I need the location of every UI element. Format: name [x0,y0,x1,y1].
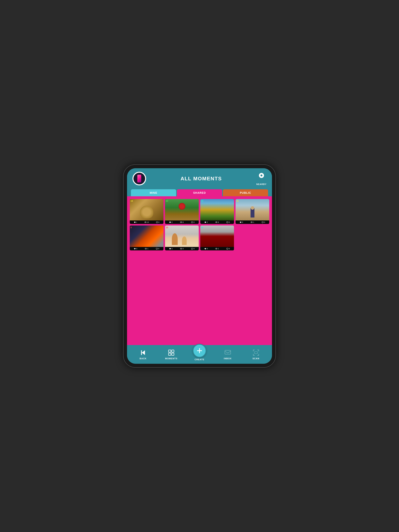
svg-point-13 [181,222,181,222]
card-stats-2: 2 6 0 [165,221,199,224]
svg-rect-39 [254,352,257,354]
nav-back[interactable]: BACK [136,349,150,360]
card-stats-3: 2 6 0 [200,221,234,224]
svg-marker-30 [142,350,145,355]
nearby-label: NEARBY [256,183,266,185]
scan-label: SCAN [252,357,259,360]
moment-card-7[interactable]: 50 0 1 0 [200,226,234,250]
card-stats-1: 1 13 0 [130,221,163,224]
tab-shared[interactable]: SHARED [177,189,222,196]
svg-point-28 [216,248,217,249]
svg-rect-31 [141,350,142,355]
tab-mine[interactable]: MINE [131,189,176,196]
svg-rect-38 [225,350,231,354]
card-stats-7: 0 1 0 [200,247,234,250]
moment-card-4[interactable]: 45 0 1 0 [236,199,269,224]
svg-point-25 [181,248,181,249]
svg-rect-23 [156,248,158,249]
nav-inbox[interactable]: INBOX [221,349,235,360]
nearby-button[interactable]: NEARBY [256,172,266,185]
moment-card-3[interactable]: 90 2 6 0 [200,199,234,224]
svg-rect-0 [138,175,141,182]
svg-rect-14 [191,222,193,223]
svg-point-16 [216,222,217,222]
svg-rect-32 [168,350,171,352]
moment-card-5[interactable]: 0 0 1 0 [130,226,163,250]
card-stats-6: 0 0 0 [165,247,199,250]
svg-line-6 [139,178,141,182]
inbox-label: INBOX [224,357,232,360]
badge-7: 50 [201,226,203,229]
svg-line-1 [138,175,139,177]
inbox-icon [224,349,232,356]
app-screen: ALL MOMENTS NEARBY MINE SHARED PUBLIC [127,168,272,364]
tabs-container: MINE SHARED PUBLIC [127,187,272,196]
create-label: CREATE [195,358,204,361]
svg-rect-20 [262,222,264,223]
svg-rect-33 [172,350,174,352]
card-stats-5: 0 1 0 [130,247,163,250]
device-frame: ALL MOMENTS NEARBY MINE SHARED PUBLIC [123,165,276,367]
create-button[interactable] [193,344,206,358]
nav-create[interactable]: CREATE [193,348,206,361]
svg-line-3 [138,176,139,179]
moments-grid: 19 1 13 0 [130,199,269,250]
moments-label: MOMENTS [165,357,178,360]
badge-5: 0 [130,226,132,229]
svg-line-2 [139,175,141,178]
svg-rect-29 [227,248,228,249]
top-bar: ALL MOMENTS NEARBY [127,168,272,187]
badge-1: 19 [130,200,133,202]
svg-rect-26 [191,248,193,249]
moment-card-1[interactable]: 19 1 13 0 [130,199,163,224]
svg-line-5 [138,178,139,182]
svg-point-10 [145,222,146,222]
tab-public[interactable]: PUBLIC [223,189,268,196]
svg-point-8 [260,174,262,177]
back-label: BACK [140,357,147,360]
page-title: ALL MOMENTS [180,176,222,182]
moment-card-2[interactable]: 30 2 6 0 [165,199,199,224]
svg-point-19 [251,222,252,222]
badge-4: 45 [236,200,239,202]
bottom-nav: BACK MOMENTS [127,345,272,364]
nav-scan[interactable]: SCAN [249,349,263,360]
content-area: 19 1 13 0 [127,196,272,345]
svg-rect-35 [172,353,174,355]
svg-rect-17 [227,222,228,223]
back-icon [139,349,147,356]
nav-moments[interactable]: MOMENTS [164,349,178,360]
badge-2: 30 [166,200,168,202]
moments-icon [167,349,175,356]
badge-3: 90 [201,200,203,202]
svg-rect-11 [156,222,158,223]
scan-icon [252,349,260,356]
badge-6: 15 [166,226,168,229]
avatar[interactable] [133,172,146,185]
svg-line-4 [139,176,140,180]
svg-point-22 [146,248,146,249]
card-stats-4: 0 1 0 [236,221,269,224]
moment-card-6[interactable]: 15 0 0 0 [165,226,199,250]
svg-rect-34 [168,353,171,355]
